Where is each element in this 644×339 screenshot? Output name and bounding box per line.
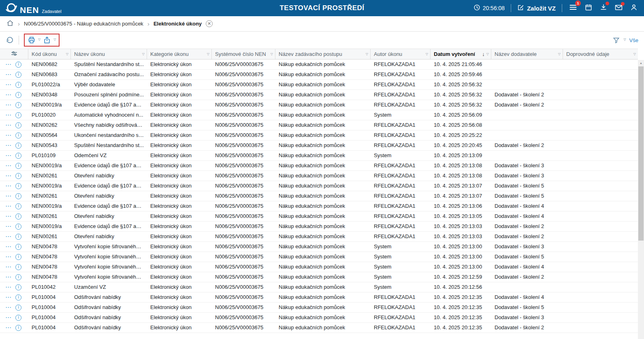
column-header[interactable]: Kategorie úkonu ↓ ▽ xyxy=(147,49,212,59)
row-menu-button[interactable]: ⋯ xyxy=(5,133,12,137)
row-menu-button[interactable]: ⋯ xyxy=(5,265,12,269)
column-header[interactable]: Název úkonu ↓ ▽ xyxy=(71,49,147,59)
row-info-button[interactable]: i xyxy=(15,193,21,199)
row-info-button[interactable]: i xyxy=(15,294,21,301)
column-filter-icon[interactable]: ▽ xyxy=(66,52,68,56)
home-button[interactable] xyxy=(6,19,14,28)
row-info-button[interactable]: i xyxy=(15,62,21,68)
row-menu-button[interactable]: ⋯ xyxy=(5,235,12,239)
row-info-button[interactable]: i xyxy=(15,183,21,189)
row-menu-button[interactable]: ⋯ xyxy=(5,184,12,188)
close-tab-button[interactable]: ✕ xyxy=(206,20,213,27)
profile-button[interactable] xyxy=(629,3,638,13)
row-info-button[interactable]: i xyxy=(15,284,21,290)
column-header[interactable]: Autor úkonu ↓ ▽ xyxy=(371,49,431,59)
downloads-button[interactable] xyxy=(599,3,608,13)
table-row[interactable]: ⋯ i NEN00019/a Evidence údajů dle §107 a… xyxy=(0,222,638,232)
table-row[interactable]: ⋯ i NEN00261 Otevření nabídky Elektronic… xyxy=(0,191,638,201)
table-row[interactable]: ⋯ i PL010042 Uzamčení VZ Elektronický úk… xyxy=(0,282,638,292)
row-info-button[interactable]: i xyxy=(15,132,21,139)
calendar-button[interactable] xyxy=(584,3,593,13)
column-header[interactable]: Název dodavatele ↓ ▽ xyxy=(491,49,563,59)
column-filter-icon[interactable]: ▽ xyxy=(271,52,273,56)
table-row[interactable]: ⋯ i NEN00478 Vytvoření kopie šifrovaného… xyxy=(0,252,638,262)
row-info-button[interactable]: i xyxy=(15,315,21,321)
table-row[interactable]: ⋯ i PL010004 Odšifrování nabídky Elektro… xyxy=(0,313,638,323)
column-header[interactable]: Kód úkonu ↓ ▽ xyxy=(28,49,71,59)
row-info-button[interactable]: i xyxy=(15,163,21,169)
create-vz-button[interactable]: Založit VZ xyxy=(517,4,556,12)
row-menu-button[interactable]: ⋯ xyxy=(5,204,12,208)
row-menu-button[interactable]: ⋯ xyxy=(5,143,12,147)
table-row[interactable]: ⋯ i NEN00019/a Evidence údajů dle §107 a… xyxy=(0,100,638,110)
row-info-button[interactable]: i xyxy=(15,173,21,179)
row-menu-button[interactable]: ⋯ xyxy=(5,72,12,77)
export-dropdown[interactable]: ▽ xyxy=(53,38,56,41)
row-menu-button[interactable]: ⋯ xyxy=(5,275,12,279)
row-menu-button[interactable]: ⋯ xyxy=(5,316,12,320)
row-menu-button[interactable]: ⋯ xyxy=(5,285,12,289)
table-row[interactable]: ⋯ i NEN00478 Vytvoření kopie šifrovaného… xyxy=(0,272,638,282)
column-filter-icon[interactable]: ▽ xyxy=(207,52,209,56)
table-row[interactable]: ⋯ i NEN00019/a Evidence údajů dle §107 a… xyxy=(0,181,638,191)
table-row[interactable]: ⋯ i PL010020 Automatické vyhodnocení n..… xyxy=(0,110,638,120)
table-row[interactable]: ⋯ i PL010004 Odšifrování nabídky Elektro… xyxy=(0,303,638,313)
row-info-button[interactable]: i xyxy=(15,305,21,311)
filter-scope-label[interactable]: Vše xyxy=(629,37,638,43)
row-menu-button[interactable]: ⋯ xyxy=(5,295,12,299)
row-info-button[interactable]: i xyxy=(15,122,21,128)
nen-home-link[interactable]: NEN Zadavatel xyxy=(6,2,62,14)
table-row[interactable]: ⋯ i NEN00261 Otevření nabídky Elektronic… xyxy=(0,232,638,242)
column-filter-icon[interactable]: ▽ xyxy=(366,52,368,56)
row-info-button[interactable]: i xyxy=(15,92,21,98)
breadcrumb-procurement[interactable]: N006/25/V00003675 - Nákup edukačních pom… xyxy=(24,21,143,27)
row-info-button[interactable]: i xyxy=(15,82,21,88)
table-row[interactable]: ⋯ i NEN00019/a Evidence údajů dle §107 a… xyxy=(0,161,638,171)
column-filter-icon[interactable]: ▽ xyxy=(633,52,636,56)
row-menu-button[interactable]: ⋯ xyxy=(5,224,12,228)
export-button[interactable] xyxy=(43,36,51,44)
scrollbar-thumb[interactable] xyxy=(638,66,644,241)
table-row[interactable]: ⋯ i NEN00019/a Evidence údajů dle §107 a… xyxy=(0,201,638,211)
row-info-button[interactable]: i xyxy=(15,153,21,159)
print-dropdown[interactable]: ▽ xyxy=(38,38,41,41)
table-row[interactable]: ⋯ i NEN00564 Ukončení nestandardního st.… xyxy=(0,130,638,141)
row-info-button[interactable]: i xyxy=(15,244,21,250)
table-row[interactable]: ⋯ i NEN00478 Vytvoření kopie šifrovaného… xyxy=(0,242,638,252)
table-row[interactable]: ⋯ i NEN00261 Otevření nabídky Elektronic… xyxy=(0,171,638,181)
row-info-button[interactable]: i xyxy=(15,325,21,331)
row-info-button[interactable]: i xyxy=(15,213,21,220)
table-row[interactable]: ⋯ i NEN00682 Spuštění Nestandardního st.… xyxy=(0,60,638,70)
print-button[interactable] xyxy=(28,36,36,44)
column-filter-icon[interactable]: ▽ xyxy=(486,52,489,56)
row-info-button[interactable]: i xyxy=(15,203,21,209)
table-row[interactable]: ⋯ i PL010004 Odšifrování nabídky Elektro… xyxy=(0,292,638,303)
row-menu-button[interactable]: ⋯ xyxy=(5,305,12,309)
column-filter-icon[interactable]: ▽ xyxy=(558,52,561,56)
table-row[interactable]: ⋯ i NEN00348 Posouzení splnění podmíne..… xyxy=(0,90,638,100)
row-info-button[interactable]: i xyxy=(15,72,21,78)
table-row[interactable]: ⋯ i NEN00262 Všechny nabídky odšifrován.… xyxy=(0,120,638,130)
column-filter-icon[interactable]: ▽ xyxy=(142,52,145,56)
row-menu-button[interactable]: ⋯ xyxy=(5,245,12,249)
row-info-button[interactable]: i xyxy=(15,102,21,108)
row-menu-button[interactable]: ⋯ xyxy=(5,62,12,66)
column-header[interactable]: Doprovodné údaje ↓ ▽ xyxy=(563,49,638,59)
clear-filter-button[interactable] xyxy=(612,36,620,44)
table-row[interactable]: ⋯ i PL010022/a Výběr dodavatele Elektron… xyxy=(0,80,638,90)
row-info-button[interactable]: i xyxy=(15,143,21,149)
table-row[interactable]: ⋯ i PL010109 Odemčení VZ Elektronický úk… xyxy=(0,151,638,161)
row-menu-button[interactable]: ⋯ xyxy=(5,154,12,158)
row-menu-button[interactable]: ⋯ xyxy=(5,194,12,198)
column-filter-icon[interactable]: ▽ xyxy=(426,52,428,56)
row-menu-button[interactable]: ⋯ xyxy=(5,123,12,127)
row-info-button[interactable]: i xyxy=(15,274,21,280)
row-menu-button[interactable]: ⋯ xyxy=(5,255,12,259)
row-info-button[interactable]: i xyxy=(15,224,21,230)
row-menu-button[interactable]: ⋯ xyxy=(5,93,12,97)
messages-button[interactable] xyxy=(614,3,623,13)
row-info-button[interactable]: i xyxy=(15,254,21,260)
row-menu-button[interactable]: ⋯ xyxy=(5,174,12,178)
row-menu-button[interactable]: ⋯ xyxy=(5,103,12,107)
row-menu-button[interactable]: ⋯ xyxy=(5,83,12,87)
